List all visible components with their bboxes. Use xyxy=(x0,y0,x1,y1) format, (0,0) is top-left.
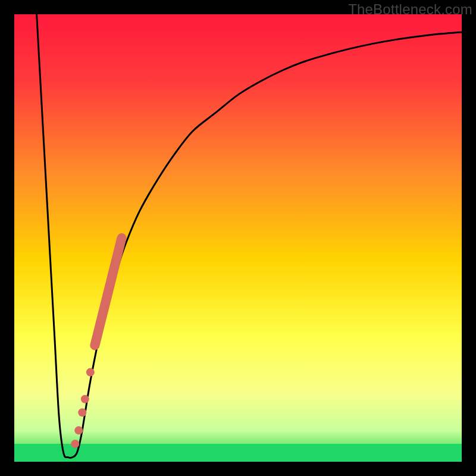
plot-area xyxy=(14,14,462,462)
marker-single-3 xyxy=(78,408,86,416)
gradient-background xyxy=(14,14,462,462)
marker-single-2 xyxy=(81,395,89,403)
marker-single-5 xyxy=(71,440,79,448)
green-band xyxy=(14,444,462,462)
marker-single-1 xyxy=(86,368,95,377)
chart-svg xyxy=(14,14,462,462)
marker-single-4 xyxy=(74,426,83,434)
chart-frame: TheBottleneck.com xyxy=(0,0,476,476)
watermark-text: TheBottleneck.com xyxy=(348,1,472,18)
